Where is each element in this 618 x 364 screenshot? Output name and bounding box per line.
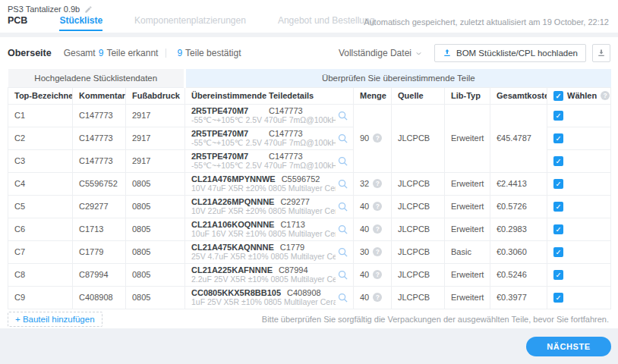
lib-type-cell: Erweitert	[445, 263, 490, 286]
table-footer-row: + Bauteil hinzufügen Bitte überprüfen Si…	[8, 309, 610, 329]
table-row: C4 C5596752 0805 CL21A476MPYNNWEC5596752…	[8, 172, 611, 195]
total-cost-cell: €0.3977	[490, 286, 547, 309]
edit-pencil-icon[interactable]	[84, 5, 93, 14]
part-description: 25V 4.7uF X5R ±10% 0805 Multilayer Ceram…	[191, 252, 336, 261]
table-row: C5 C29277 0805 CL21A226MPQNNNEC29277 10V…	[8, 195, 611, 218]
quantity-cell: 40	[354, 195, 392, 218]
row-select-checkbox[interactable]	[553, 156, 563, 166]
part-number: CL21A225KAFNNNE	[191, 265, 279, 275]
part-details-cell: 2R5TPE470M7C147773 -55℃~+105℃ 2.5V 470uF…	[185, 127, 354, 149]
divider	[166, 49, 166, 58]
part-details-cell: CL21A476MPYNNWEC5596752 10V 47uF X5R ±20…	[185, 172, 354, 195]
row-select-checkbox[interactable]	[553, 293, 563, 303]
part-code: C147773	[269, 106, 303, 115]
source-cell: JLCPCB	[392, 218, 445, 240]
footprint-cell: 2917	[126, 149, 185, 172]
part-code: C1779	[280, 243, 304, 252]
upload-icon	[443, 49, 452, 58]
select-cell	[547, 240, 611, 263]
lib-type-cell: Erweitert	[445, 195, 490, 218]
select-cell	[547, 218, 611, 240]
source-cell: JLCPCB	[392, 104, 445, 172]
row-select-checkbox[interactable]	[553, 270, 563, 280]
part-details-cell: 2R5TPE470M7C147773 -55℃~+105℃ 2.5V 470uF…	[185, 104, 354, 127]
upload-button-label: BOM Stückliste/CPL hochladen	[456, 49, 578, 58]
help-icon	[373, 179, 382, 188]
quantity-cell: 40	[354, 286, 392, 309]
footprint-cell: 0805	[126, 263, 185, 286]
comment-cell: C1713	[73, 218, 126, 240]
part-details-cell: CL21A226MPQNNNEC29277 10V 22uF X5R ±20% …	[185, 195, 354, 218]
row-select-checkbox[interactable]	[553, 224, 563, 234]
select-all-checkbox[interactable]	[553, 91, 563, 101]
part-number: 2R5TPE470M7	[191, 106, 269, 115]
part-code: C408908	[287, 288, 321, 297]
col-header-designator: Top-Bezeichner	[8, 87, 73, 104]
search-part-icon[interactable]	[337, 178, 348, 190]
upload-bom-button[interactable]: BOM Stückliste/CPL hochladen	[434, 44, 586, 62]
total-count: 9	[99, 48, 104, 58]
part-details-cell: CL21A225KAFNNNEC87994 2.2uF 25V X5R ±10%…	[185, 263, 354, 286]
download-icon	[597, 49, 606, 58]
quantity-cell: 32	[354, 172, 392, 195]
select-cell	[547, 195, 611, 218]
group-header-matched: Überprüfen Sie übereinstimmende Teile	[185, 69, 611, 87]
add-part-button[interactable]: + Bauteil hinzufügen	[8, 312, 102, 327]
row-select-checkbox[interactable]	[553, 202, 563, 212]
designator-cell: C3	[8, 149, 73, 172]
row-select-checkbox[interactable]	[553, 111, 563, 121]
tab-angebot-und-bestellung[interactable]: Angebot und Bestellung	[278, 15, 374, 31]
help-icon	[373, 293, 382, 302]
comment-cell: C87994	[73, 263, 126, 286]
row-select-checkbox[interactable]	[553, 133, 563, 143]
search-part-icon[interactable]	[337, 224, 348, 235]
table-row: C8 C87994 0805 CL21A225KAFNNNEC87994 2.2…	[8, 263, 611, 286]
top-bar: PS3 Tantalizer 0.9b PCB Stückliste Kompo…	[0, 0, 618, 33]
part-number: CL21A475KAQNNNE	[191, 243, 280, 252]
page-footer: NÄCHSTE	[0, 328, 618, 364]
designator-cell: C8	[8, 263, 73, 286]
designator-cell: C6	[8, 218, 73, 240]
col-header-select: Wählen	[547, 87, 611, 104]
file-filter-dropdown[interactable]: Vollständige Datei	[339, 48, 422, 58]
lib-type-cell: Basic	[445, 240, 490, 263]
designator-cell: C9	[8, 286, 73, 309]
chevron-down-icon	[415, 50, 422, 57]
part-details-cell: 2R5TPE470M7C147773 -55℃~+105℃ 2.5V 470uF…	[185, 149, 354, 172]
tab-komponentenplatzierungen[interactable]: Komponentenplatzierungen	[134, 15, 246, 31]
comment-cell: C147773	[73, 149, 126, 172]
total-cost-cell: €0.2983	[490, 218, 547, 240]
part-description: -55℃~+105℃ 2.5V 470uF 7mΩ@100kHz ±20...	[191, 161, 336, 170]
search-part-icon[interactable]	[337, 155, 348, 167]
search-part-icon[interactable]	[337, 201, 348, 212]
comment-cell: C147773	[73, 127, 126, 149]
designator-cell: C5	[8, 195, 73, 218]
source-cell: JLCPCB	[392, 195, 445, 218]
footprint-cell: 0805	[126, 240, 185, 263]
select-cell	[547, 149, 611, 172]
search-part-icon[interactable]	[337, 133, 348, 144]
download-bom-button[interactable]	[592, 44, 610, 62]
total-cost-cell: €0.5726	[490, 195, 547, 218]
search-part-icon[interactable]	[337, 269, 348, 281]
search-part-icon[interactable]	[337, 110, 348, 121]
row-select-checkbox[interactable]	[553, 247, 563, 257]
next-button[interactable]: NÄCHSTE	[526, 337, 611, 356]
part-code: C5596752	[282, 174, 320, 184]
bom-table: Hochgeladene Stücklistendaten Überprüfen…	[8, 69, 611, 309]
confirmed-count: 9	[177, 48, 182, 58]
search-part-icon[interactable]	[337, 246, 348, 258]
footprint-cell: 2917	[126, 127, 185, 149]
part-number: CL21A226MPQNNNE	[191, 197, 280, 206]
comment-cell: C29277	[73, 195, 126, 218]
project-title: PS3 Tantalizer 0.9b	[8, 5, 80, 14]
search-part-icon[interactable]	[337, 292, 348, 303]
part-description: -55℃~+105℃ 2.5V 470uF 7mΩ@100kHz ±20...	[191, 115, 336, 124]
tab-stueckliste[interactable]: Stückliste	[59, 15, 102, 31]
tab-pcb[interactable]: PCB	[8, 15, 27, 31]
row-select-checkbox[interactable]	[553, 179, 563, 189]
part-number: 2R5TPE470M7	[191, 129, 269, 138]
part-description: 10uF 16V X5R ±10% 0805 Multilayer Cerami…	[191, 229, 336, 238]
part-number: CL21A476MPYNNWE	[191, 174, 282, 184]
col-header-part-details: Übereinstimmende Teiledetails	[185, 87, 354, 104]
